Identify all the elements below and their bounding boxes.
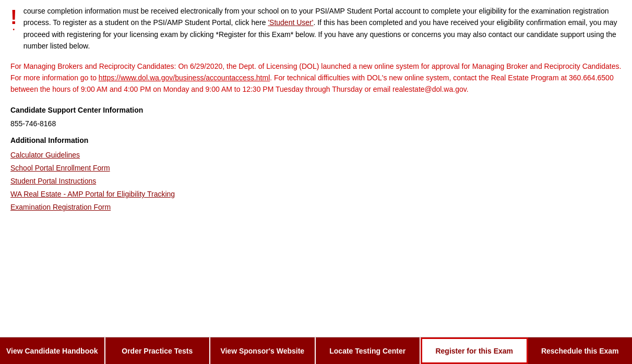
bottom-bar-button[interactable]: View Sponsor's Website	[210, 337, 316, 364]
candidate-support-section: Candidate Support Center Information 855…	[10, 106, 622, 128]
bottom-bar-button[interactable]: View Candidate Handbook	[0, 337, 105, 364]
dol-link[interactable]: https://www.dol.wa.gov/business/accounta…	[99, 74, 270, 82]
additional-info-link[interactable]: Student Portal Instructions	[10, 175, 622, 188]
bottom-bar-button[interactable]: Locate Testing Center	[316, 337, 421, 364]
exclamation-icon: ! •	[10, 7, 17, 32]
bottom-bar-button[interactable]: Order Practice Tests	[105, 337, 211, 364]
additional-info-link[interactable]: Calculator Guidelines	[10, 149, 622, 162]
bottom-buttons: View Candidate HandbookOrder Practice Te…	[0, 337, 632, 364]
additional-info-section: Additional Information Calculator Guidel…	[10, 136, 622, 214]
bottom-bar: View Candidate HandbookOrder Practice Te…	[0, 337, 632, 364]
additional-info-link[interactable]: Examination Registration Form	[10, 201, 622, 214]
additional-info-link[interactable]: School Portal Enrollment Form	[10, 162, 622, 175]
phone-number: 855-746-8168	[10, 119, 622, 128]
top-paragraph: course completion information must be re…	[23, 5, 622, 52]
exclamation-symbol: !	[10, 7, 17, 27]
red-paragraph-section: For Managing Brokers and Reciprocity Can…	[10, 60, 622, 95]
exclamation-dot: •	[13, 27, 15, 32]
student-user-link[interactable]: 'Student User'	[268, 18, 313, 27]
additional-info-link[interactable]: WA Real Estate - AMP Portal for Eligibil…	[10, 188, 622, 201]
main-content: ! • course completion information must b…	[0, 0, 632, 214]
additional-info-title: Additional Information	[10, 136, 622, 144]
additional-links: Calculator GuidelinesSchool Portal Enrol…	[10, 149, 622, 214]
bottom-bar-button[interactable]: Reschedule this Exam	[528, 337, 633, 364]
candidate-support-title: Candidate Support Center Information	[10, 106, 622, 114]
bottom-bar-button[interactable]: Register for this Exam	[421, 337, 528, 364]
top-section: ! • course completion information must b…	[10, 5, 622, 52]
